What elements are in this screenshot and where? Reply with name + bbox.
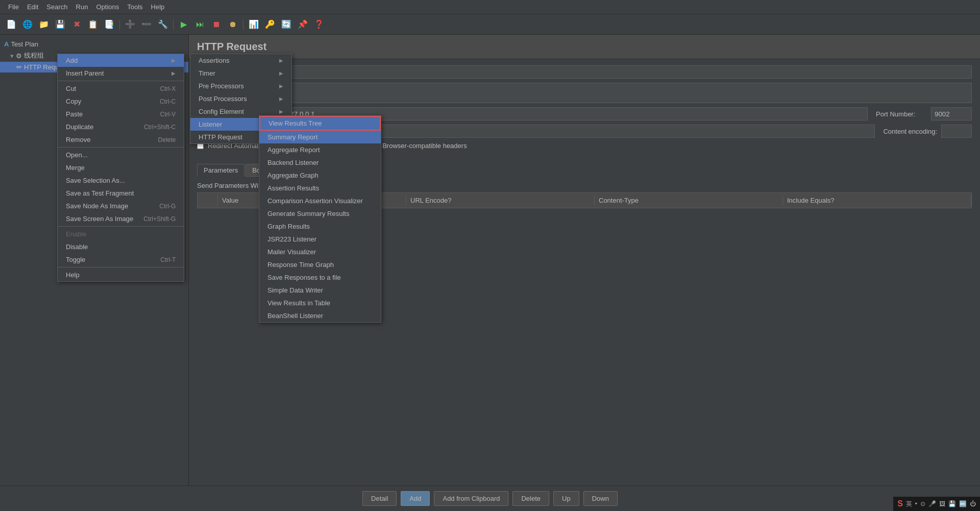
- chart-icon[interactable]: 📊: [247, 17, 261, 32]
- tree-item-testplan[interactable]: A Test Plan: [0, 39, 188, 50]
- col-includeequals: Include Equals?: [783, 195, 971, 206]
- taskbar-power-icon: ⏻: [970, 500, 976, 507]
- open-icon[interactable]: 🌐: [20, 17, 35, 32]
- listener-mailer[interactable]: Mailer Visualizer: [259, 246, 381, 258]
- key-icon[interactable]: 🔑: [263, 17, 277, 32]
- col-urlencode: URL Encode?: [406, 195, 595, 206]
- up-button[interactable]: Up: [553, 491, 579, 506]
- menu-search[interactable]: Search: [42, 2, 71, 12]
- context-menu-disable[interactable]: Disable: [58, 240, 184, 253]
- listener-summary-report[interactable]: Summary Report: [259, 131, 381, 143]
- taskbar-img-icon: 🖼: [939, 500, 945, 507]
- tree-label-testplan: Test Plan: [11, 40, 38, 48]
- port-input[interactable]: [931, 107, 972, 120]
- new-icon[interactable]: 📄: [4, 17, 18, 32]
- content-header: HTTP Request: [189, 35, 980, 59]
- add-submenu-preprocessors[interactable]: Pre Processors ▶: [190, 80, 291, 92]
- context-menu-save-fragment[interactable]: Save as Test Fragment: [58, 187, 184, 200]
- listener-jsr223[interactable]: JSR223 Listener: [259, 233, 381, 246]
- copy-icon[interactable]: 📋: [86, 17, 100, 32]
- context-menu-insert-parent[interactable]: Insert Parent ▶: [58, 67, 184, 80]
- timer-arrow: ▶: [279, 70, 283, 76]
- context-menu-toggle[interactable]: Toggle Ctrl-T: [58, 253, 184, 266]
- name-input[interactable]: [232, 65, 972, 79]
- context-menu-save-selection[interactable]: Save Selection As...: [58, 174, 184, 187]
- add-from-clipboard-button[interactable]: Add from Clipboard: [434, 491, 508, 506]
- detail-button[interactable]: Detail: [362, 491, 397, 506]
- tab-parameters[interactable]: Parameters: [197, 164, 244, 177]
- save-icon[interactable]: 💾: [53, 17, 67, 32]
- tree-icon-testplan: A: [4, 40, 9, 48]
- menu-file[interactable]: File: [4, 2, 23, 12]
- separator2: [58, 147, 184, 148]
- postprocessors-arrow: ▶: [279, 96, 283, 102]
- add-submenu-postprocessors[interactable]: Post Processors ▶: [190, 92, 291, 105]
- context-menu-save-node-image[interactable]: Save Node As Image Ctrl-G: [58, 200, 184, 212]
- separator3: [58, 226, 184, 227]
- add-submenu-assertions[interactable]: Assertions ▶: [190, 54, 291, 67]
- encoding-input[interactable]: [941, 125, 972, 138]
- open-file-icon[interactable]: 📁: [37, 17, 51, 32]
- run-no-pause-icon[interactable]: ⏭: [193, 17, 207, 32]
- listener-submenu: View Results Tree Summary Report Aggrega…: [259, 115, 381, 323]
- context-menu-open[interactable]: Open...: [58, 149, 184, 161]
- taskbar-save-icon: 💾: [948, 500, 956, 507]
- stop-icon[interactable]: ⏹: [209, 17, 224, 32]
- remote-icon[interactable]: 🔄: [279, 17, 293, 32]
- pin-icon[interactable]: 📌: [296, 17, 310, 32]
- delete-button[interactable]: Delete: [512, 491, 549, 506]
- listener-comparison-assertion[interactable]: Comparison Assertion Visualizer: [259, 194, 381, 207]
- listener-response-time-graph[interactable]: Response Time Graph: [259, 258, 381, 271]
- context-menu-help[interactable]: Help: [58, 269, 184, 281]
- comments-input[interactable]: [197, 83, 972, 103]
- listener-view-results-tree[interactable]: View Results Tree: [259, 116, 381, 131]
- delete-icon[interactable]: ✖: [69, 17, 84, 32]
- listener-view-results-table[interactable]: View Results in Table: [259, 297, 381, 309]
- menu-options[interactable]: Options: [92, 2, 123, 12]
- context-menu-cut[interactable]: Cut Ctrl-X: [58, 82, 184, 95]
- listener-aggregate-graph[interactable]: Aggregate Graph: [259, 169, 381, 182]
- run-icon[interactable]: ▶: [177, 17, 191, 32]
- taskbar-s-icon: S: [897, 499, 903, 508]
- page-title: HTTP Request: [197, 41, 972, 53]
- menu-tools[interactable]: Tools: [123, 2, 146, 12]
- add-submenu-timer[interactable]: Timer ▶: [190, 67, 291, 80]
- remove-icon[interactable]: ➖: [139, 17, 154, 32]
- add-icon[interactable]: ➕: [123, 17, 137, 32]
- listener-simple-data-writer[interactable]: Simple Data Writer: [259, 284, 381, 297]
- context-menu-copy[interactable]: Copy Ctrl-C: [58, 95, 184, 108]
- menu-help[interactable]: Help: [147, 2, 169, 12]
- pencil-icon: ✏: [16, 63, 22, 71]
- shutdown-icon[interactable]: ⏺: [226, 17, 240, 32]
- listener-graph-results[interactable]: Graph Results: [259, 220, 381, 233]
- separator-1: [119, 19, 120, 30]
- listener-aggregate-report[interactable]: Aggregate Report: [259, 143, 381, 156]
- listener-assertion-results[interactable]: Assertion Results: [259, 182, 381, 194]
- separator-2: [173, 19, 174, 30]
- down-button[interactable]: Down: [583, 491, 618, 506]
- menubar: File Edit Search Run Options Tools Help: [0, 0, 980, 14]
- context-menu-merge[interactable]: Merge: [58, 161, 184, 174]
- context-menu-remove[interactable]: Remove Delete: [58, 133, 184, 146]
- paste-icon[interactable]: 📑: [102, 17, 116, 32]
- listener-generate-summary[interactable]: Generate Summary Results: [259, 207, 381, 220]
- context-menu-paste[interactable]: Paste Ctrl-V: [58, 108, 184, 120]
- context-menu-add[interactable]: Add ▶: [58, 54, 184, 67]
- bottom-bar: Detail Add Add from Clipboard Delete Up …: [0, 485, 980, 511]
- comments-row: [197, 83, 972, 103]
- context-menu-save-screen-image[interactable]: Save Screen As Image Ctrl+Shift-G: [58, 212, 184, 225]
- context-menu: Add ▶ Insert Parent ▶ Cut Ctrl-X Copy Ct…: [57, 54, 184, 282]
- menu-edit[interactable]: Edit: [23, 2, 42, 12]
- context-menu-duplicate[interactable]: Duplicate Ctrl+Shift-C: [58, 120, 184, 133]
- listener-save-responses[interactable]: Save Responses to a file: [259, 271, 381, 284]
- col-contenttype: Content-Type: [595, 195, 783, 206]
- add-button[interactable]: Add: [401, 491, 430, 506]
- name-row: Name:: [197, 65, 972, 79]
- wrench-icon[interactable]: 🔧: [156, 17, 170, 32]
- help-icon[interactable]: ❓: [312, 17, 326, 32]
- listener-beanshell[interactable]: BeanShell Listener: [259, 309, 381, 322]
- expand-icon: ▾: [10, 52, 14, 60]
- listener-backend-listener[interactable]: Backend Listener: [259, 156, 381, 169]
- menu-run[interactable]: Run: [72, 2, 92, 12]
- col-name: [198, 195, 218, 206]
